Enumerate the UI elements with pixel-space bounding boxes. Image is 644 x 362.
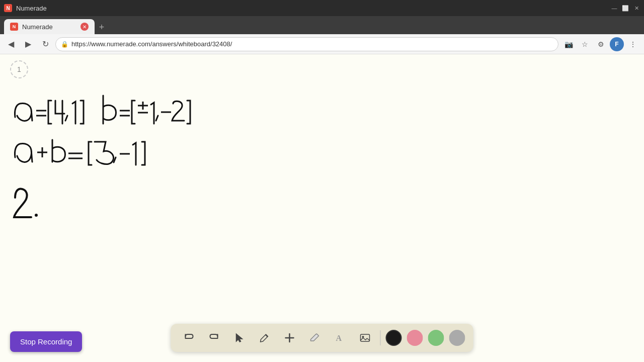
lock-icon: 🔒: [61, 41, 68, 48]
favicon: N: [4, 4, 12, 12]
svg-point-13: [35, 214, 38, 217]
math-content-svg: [5, 79, 357, 270]
address-bar[interactable]: 🔒 https://www.numerade.com/answers/white…: [55, 37, 558, 51]
bookmark-button[interactable]: ☆: [578, 37, 592, 51]
tab-bar: N Numerade ✕ +: [0, 16, 644, 34]
window-title: Numerade: [16, 5, 47, 12]
svg-rect-18: [361, 334, 370, 341]
add-button[interactable]: [280, 328, 300, 348]
nav-bar: ◀ ▶ ↻ 🔒 https://www.numerade.com/answers…: [0, 34, 644, 54]
select-tool-button[interactable]: [229, 328, 250, 348]
tab-favicon: N: [10, 23, 18, 31]
toolbar-divider: [380, 330, 381, 345]
redo-button[interactable]: [204, 328, 224, 348]
favicon-text: N: [6, 6, 10, 11]
menu-button[interactable]: ⋮: [626, 37, 640, 51]
url-text: https://www.numerade.com/answers/whitebo…: [71, 40, 232, 48]
whiteboard: 1: [0, 54, 644, 362]
minimize-button[interactable]: —: [611, 5, 618, 12]
profile-button[interactable]: F: [610, 37, 624, 51]
camera-button[interactable]: 📷: [561, 37, 576, 51]
color-gray[interactable]: [449, 330, 465, 346]
color-black[interactable]: [386, 330, 402, 346]
window-controls: — ⬜ ✕: [611, 5, 640, 12]
undo-button[interactable]: [179, 328, 199, 348]
page-number: 1: [17, 65, 21, 73]
tab-close-button[interactable]: ✕: [80, 23, 89, 31]
pencil-tool-button[interactable]: [255, 328, 275, 348]
extensions-button[interactable]: ⚙: [594, 37, 608, 51]
image-tool-button[interactable]: [355, 328, 375, 348]
back-button[interactable]: ◀: [4, 37, 18, 51]
title-bar: N Numerade — ⬜ ✕: [0, 0, 644, 16]
toolbar: A: [171, 324, 473, 352]
forward-button[interactable]: ▶: [21, 37, 35, 51]
eraser-tool-button[interactable]: [305, 328, 325, 348]
stop-recording-button[interactable]: Stop Recording: [10, 331, 82, 352]
close-button[interactable]: ✕: [633, 5, 640, 12]
color-pink[interactable]: [407, 330, 423, 346]
text-tool-button[interactable]: A: [330, 328, 350, 348]
refresh-button[interactable]: ↻: [38, 37, 52, 51]
active-tab[interactable]: N Numerade ✕: [4, 19, 95, 34]
page-indicator: 1: [10, 60, 28, 78]
tab-label: Numerade: [22, 23, 53, 31]
new-tab-button[interactable]: +: [95, 20, 109, 34]
maximize-button[interactable]: ⬜: [622, 5, 629, 12]
svg-text:A: A: [336, 334, 342, 342]
color-green[interactable]: [428, 330, 444, 346]
nav-right-controls: 📷 ☆ ⚙ F ⋮: [561, 37, 640, 51]
